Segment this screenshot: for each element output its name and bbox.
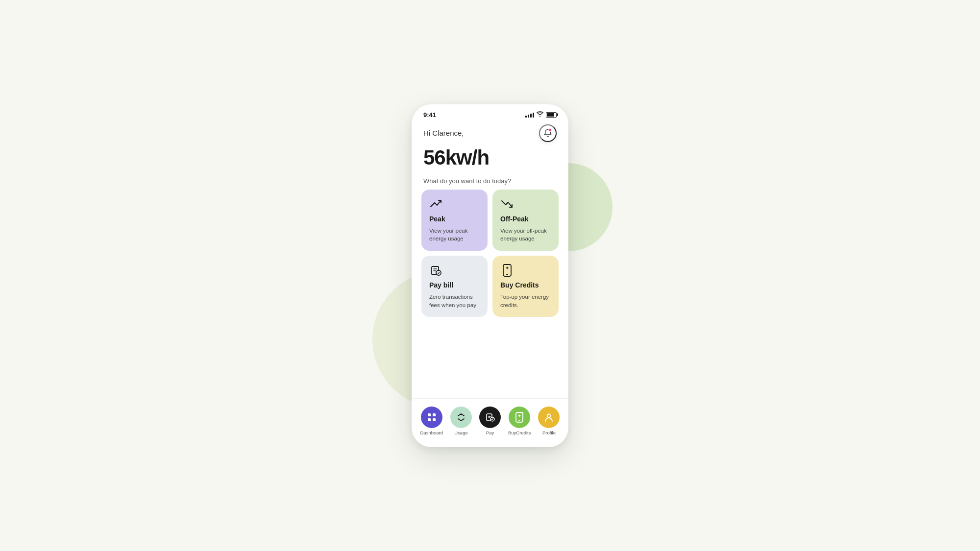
greeting-text: Hi Clarence, [423, 129, 464, 137]
spacer [412, 317, 568, 398]
nav-label-profile: Profile [542, 430, 556, 435]
buycredits-card-title: Buy Credits [500, 281, 551, 289]
battery-icon [546, 112, 557, 118]
nav-item-pay[interactable]: Pay [479, 407, 501, 435]
energy-reading: 56kw/h [412, 142, 568, 171]
cards-grid: Peak View your peak energy usage Off-Pea… [412, 190, 568, 317]
status-time: 9:41 [423, 111, 436, 119]
peak-card-desc: View your peak energy usage [429, 227, 480, 243]
nav-item-profile[interactable]: Profile [538, 407, 560, 435]
offpeak-card-title: Off-Peak [500, 215, 551, 223]
energy-value: 56kw/h [423, 146, 557, 169]
section-title: What do you want to do today? [412, 171, 568, 190]
svg-rect-10 [428, 418, 431, 421]
svg-rect-9 [433, 413, 436, 416]
nav-icon-buycredits [509, 407, 530, 428]
svg-rect-8 [428, 413, 431, 416]
trend-down-icon [500, 197, 514, 211]
paybill-card-title: Pay bill [429, 281, 480, 289]
phone-wrapper: 9:41 [412, 104, 568, 447]
offpeak-card[interactable]: Off-Peak View your off-peak energy usage [492, 190, 559, 251]
wifi-icon [537, 112, 543, 118]
signal-icon [525, 112, 534, 118]
nav-label-pay: Pay [486, 430, 494, 435]
bottom-nav: Dashboard Usage [412, 398, 568, 447]
header: Hi Clarence, [412, 122, 568, 142]
svg-rect-11 [433, 418, 436, 421]
notification-button[interactable] [539, 124, 557, 142]
paybill-card[interactable]: Pay bill Zero transactions fees when you… [421, 256, 488, 317]
nav-icon-profile [538, 407, 560, 428]
offpeak-card-desc: View your off-peak energy usage [500, 227, 551, 243]
buycredits-card[interactable]: Buy Credits Top-up your energy credits. [492, 256, 559, 317]
buycredits-card-desc: Top-up your energy credits. [500, 293, 551, 309]
paybill-card-desc: Zero transactions fees when you pay [429, 293, 480, 309]
nav-item-dashboard[interactable]: Dashboard [420, 407, 443, 435]
trend-up-icon [429, 197, 443, 211]
status-bar: 9:41 [412, 104, 568, 122]
phone-icon [500, 264, 514, 277]
nav-icon-dashboard [421, 407, 442, 428]
status-icons [525, 112, 557, 118]
notification-dot [548, 128, 552, 132]
phone-frame: 9:41 [412, 104, 568, 447]
nav-icon-usage [450, 407, 472, 428]
nav-label-usage: Usage [454, 430, 467, 435]
payment-icon [429, 264, 443, 277]
nav-item-usage[interactable]: Usage [450, 407, 472, 435]
peak-card-title: Peak [429, 215, 480, 223]
nav-item-buycredits[interactable]: BuyCredits [508, 407, 531, 435]
nav-label-buycredits: BuyCredits [508, 430, 531, 435]
svg-point-22 [547, 414, 551, 417]
nav-label-dashboard: Dashboard [420, 430, 443, 435]
peak-card[interactable]: Peak View your peak energy usage [421, 190, 488, 251]
nav-icon-pay [479, 407, 501, 428]
